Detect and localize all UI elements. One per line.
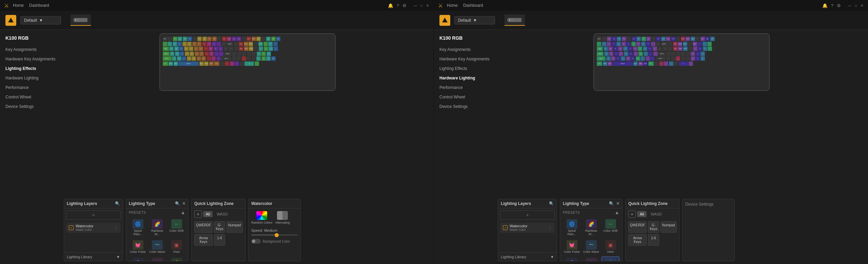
search-icon-layers-right[interactable]: 🔍 (549, 201, 554, 206)
color-random-left[interactable]: Random Colors (251, 211, 273, 224)
maximize-btn-right[interactable]: □ (854, 3, 858, 7)
layer-menu-btn-left[interactable]: ⋮ (114, 225, 118, 230)
lighting-item-1-right[interactable]: 🌈 Rainbow W... (582, 218, 600, 238)
random-swatch-left (256, 211, 267, 220)
lighting-item-7-right[interactable]: ⌨ Type Lighting (582, 257, 600, 261)
zone-arrowkeys-right[interactable]: Arrow Keys (628, 234, 647, 246)
close-icon-type-left[interactable]: ✕ (182, 201, 185, 206)
lighting-item-3-right[interactable]: 💓 Color Pulse (563, 239, 581, 255)
lighting-library-dropdown-left[interactable]: Lighting Library ▼ (64, 252, 123, 261)
layer-checkbox-right[interactable]: ✓ (503, 225, 508, 230)
lighting-item-0-left[interactable]: 🌀 Spiral Rain... (129, 218, 147, 238)
zone-gkeys-left[interactable]: G-Keys (214, 221, 225, 233)
zone-qwerdf-right[interactable]: QWERDF (628, 221, 647, 233)
lighting-item-8-left[interactable]: 🔆 CORSAIR A... (167, 257, 185, 261)
sidebar-control-wheel-left[interactable]: Control Wheel (0, 92, 61, 102)
lighting-item-4-right[interactable]: 〜 Color Wave (582, 239, 600, 255)
nav-home-right[interactable]: Home (447, 3, 458, 8)
maximize-btn-left[interactable]: □ (419, 3, 423, 7)
sidebar-key-assignments-right[interactable]: Key Assignments (434, 45, 495, 54)
device-settings-panel-right: Device Settings (682, 199, 735, 261)
sidebar-performance-left[interactable]: Performance (0, 83, 61, 92)
settings-icon-right[interactable]: ⚙ (837, 3, 841, 8)
zone-gkeys-right[interactable]: G-Keys (648, 221, 659, 233)
zone-add-btn-right[interactable]: + (628, 210, 636, 218)
zone-numpad-right[interactable]: Numpad (660, 221, 677, 233)
lighting-item-1-left[interactable]: 🌈 Rainbow W... (148, 218, 166, 238)
close-icon-type-right[interactable]: ✕ (616, 201, 619, 206)
sidebar-hardware-lighting-right[interactable]: Hardware Lighting (434, 73, 495, 83)
layer-menu-btn-right[interactable]: ⋮ (548, 225, 552, 230)
speed-slider-left[interactable] (249, 234, 300, 238)
profile-dropdown-left[interactable]: Default ▼ (20, 16, 61, 24)
lighting-item-5-right[interactable]: ▣ Visor (601, 239, 619, 255)
search-icon-layers-left[interactable]: 🔍 (115, 201, 120, 206)
zone-arrowkeys-left[interactable]: Arrow Keys (194, 234, 213, 246)
layer-checkbox-left[interactable]: ✓ (69, 225, 74, 230)
add-layer-btn-right[interactable]: + (500, 210, 555, 220)
bg-color-toggle-left[interactable] (251, 239, 261, 244)
lighting-layers-panel-left: Lighting Layers 🔍 + ✓ Watercolor Water C… (64, 199, 123, 261)
close-btn-right[interactable]: ✕ (860, 3, 864, 7)
sidebar-hardware-key-left[interactable]: Hardware Key Assignments (0, 54, 61, 64)
profile-name-right: Default (458, 18, 471, 23)
window-controls-left: — □ ✕ (413, 3, 430, 7)
sidebar-right: K100 RGB Key Assignments Hardware Key As… (434, 30, 495, 264)
settings-icon-left[interactable]: ⚙ (402, 3, 407, 8)
sidebar-lighting-effects-right[interactable]: Lighting Effects (434, 64, 495, 73)
device-tab-left[interactable] (71, 15, 91, 26)
svg-rect-7 (79, 19, 79, 19)
layer-item-watercolor-left: ✓ Watercolor Water Color ⋮ (66, 223, 121, 233)
zone-tab-all-left[interactable]: All (203, 211, 213, 217)
bell-icon-right[interactable]: 🔔 (822, 3, 828, 8)
zone-tab-wasd-right[interactable]: WASD (648, 211, 665, 217)
nav-dashboard-right[interactable]: Dashboard (463, 3, 483, 8)
profile-dropdown-right[interactable]: Default ▼ (454, 16, 495, 24)
sidebar-device-settings-left[interactable]: Device Settings (0, 102, 61, 111)
minimize-btn-left[interactable]: — (413, 3, 417, 7)
lighting-item-4-left[interactable]: 〜 Color Wave (148, 239, 166, 255)
lighting-library-dropdown-right[interactable]: Lighting Library ▼ (498, 252, 557, 261)
lighting-item-8-right[interactable]: 💧 Watercolor (601, 257, 619, 261)
lighting-item-0-right[interactable]: 🌀 Spiral Rain... (563, 218, 581, 238)
sidebar-hardware-key-right[interactable]: Hardware Key Assignments (434, 54, 495, 64)
sidebar-lighting-effects-left[interactable]: Lighting Effects (0, 64, 61, 73)
lighting-item-5-left[interactable]: ▣ Visor (167, 239, 185, 255)
lighting-item-2-right[interactable]: ↔ Color Shift (601, 218, 619, 238)
presets-toggle-right[interactable]: ▲ (615, 210, 619, 215)
sidebar-control-wheel-right[interactable]: Control Wheel (434, 92, 495, 102)
zone-16-left[interactable]: 1-6 (214, 234, 225, 246)
speed-row-left: Speed: Medium (249, 227, 300, 234)
sidebar-key-assignments-left[interactable]: Key Assignments (0, 45, 61, 54)
help-icon-right[interactable]: ? (831, 3, 833, 8)
zone-numpad-left[interactable]: Numpad (226, 221, 243, 233)
bell-icon-left[interactable]: 🔔 (388, 3, 393, 8)
nav-dashboard-left[interactable]: Dashboard (29, 3, 49, 8)
sidebar-device-settings-right[interactable]: Device Settings (434, 102, 495, 111)
svg-rect-8 (77, 20, 77, 20)
lighting-item-2-left[interactable]: ↔ Color Shift (167, 218, 185, 238)
lighting-item-3-left[interactable]: 💓 Color Pulse (129, 239, 147, 255)
zone-tab-wasd-left[interactable]: WASD (214, 211, 231, 217)
search-icon-type-left[interactable]: 🔍 (175, 201, 180, 206)
alt-swatch-left (277, 211, 288, 220)
zone-qwerdf-left[interactable]: QWERDF (194, 221, 213, 233)
minimize-btn-right[interactable]: — (848, 3, 852, 7)
nav-home-left[interactable]: Home (13, 3, 24, 8)
search-icon-type-right[interactable]: 🔍 (609, 201, 614, 206)
help-icon-left[interactable]: ? (397, 3, 399, 8)
presets-toggle-left[interactable]: ▲ (181, 210, 185, 215)
app-logo-right: ⚔ (438, 2, 443, 9)
lighting-item-6-right[interactable]: 💧 Rain (563, 257, 581, 261)
color-alternating-left[interactable]: Alternating (275, 211, 290, 224)
zone-16-right[interactable]: 1-6 (648, 234, 659, 246)
device-tab-right[interactable] (505, 15, 525, 26)
sidebar-performance-right[interactable]: Performance (434, 83, 495, 92)
sidebar-hardware-lighting-left[interactable]: Hardware Lighting (0, 73, 61, 83)
zone-tab-all-right[interactable]: All (637, 211, 647, 217)
lighting-item-6-left[interactable]: 💧 Rain (129, 257, 147, 261)
lighting-item-7-left[interactable]: ⌨ Type Lighting (148, 257, 166, 261)
add-layer-btn-left[interactable]: + (66, 210, 121, 220)
close-btn-left[interactable]: ✕ (426, 3, 430, 7)
zone-add-btn-left[interactable]: + (194, 210, 202, 218)
